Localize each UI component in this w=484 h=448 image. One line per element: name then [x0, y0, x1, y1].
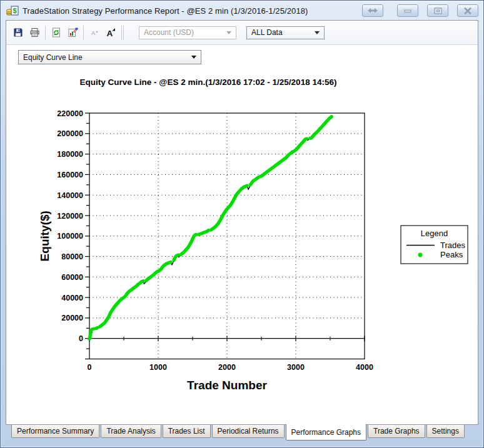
- refresh-button[interactable]: [48, 24, 64, 41]
- svg-text:120000: 120000: [57, 212, 83, 221]
- toolbar: A A Account (USD) ALL Data: [6, 21, 478, 45]
- svg-text:0: 0: [79, 334, 83, 343]
- toolbar-separator: [83, 26, 84, 40]
- svg-text:3000: 3000: [287, 363, 305, 372]
- svg-text:80000: 80000: [61, 252, 83, 261]
- svg-text:A: A: [107, 29, 113, 38]
- tab-performance-summary[interactable]: Performance Summary: [11, 425, 99, 438]
- svg-text:40000: 40000: [61, 294, 83, 302]
- dock-arrows-icon: [368, 7, 378, 14]
- report-tabs: Performance Summary Trade Analysis Trade…: [6, 425, 478, 442]
- save-icon: [13, 27, 23, 37]
- tab-trade-analysis[interactable]: Trade Analysis: [101, 425, 161, 438]
- tab-periodical-returns[interactable]: Periodical Returns: [212, 425, 285, 438]
- svg-text:Equity($): Equity($): [38, 211, 51, 261]
- svg-text:Legend: Legend: [421, 229, 448, 238]
- svg-text:Trade Number: Trade Number: [187, 379, 267, 392]
- dock-toggle-button[interactable]: [362, 4, 383, 17]
- chevron-down-icon: [191, 56, 196, 59]
- toolbar-separator: [121, 26, 122, 40]
- tradestation-report-window: $ TradeStation Strategy Performance Repo…: [0, 0, 484, 448]
- svg-text:$: $: [13, 7, 16, 14]
- svg-text:A: A: [91, 30, 96, 36]
- maximize-button[interactable]: [427, 4, 448, 17]
- minimize-icon: [404, 8, 411, 13]
- window-title: TradeStation Strategy Performance Report…: [23, 6, 358, 16]
- svg-text:180000: 180000: [57, 150, 83, 159]
- svg-text:60000: 60000: [61, 273, 83, 282]
- font-decrease-icon: A: [89, 27, 99, 37]
- svg-text:0: 0: [88, 363, 92, 372]
- svg-text:Equity Curve Line - @ES 2 min.: Equity Curve Line - @ES 2 min.(1/3/2016 …: [80, 77, 337, 87]
- close-icon: [464, 7, 471, 14]
- svg-text:140000: 140000: [57, 191, 83, 200]
- svg-text:160000: 160000: [57, 171, 83, 179]
- svg-text:4000: 4000: [356, 363, 373, 372]
- data-range-dropdown-value: ALL Data: [251, 28, 283, 37]
- account-dropdown[interactable]: Account (USD): [139, 26, 236, 39]
- tab-settings[interactable]: Settings: [426, 425, 465, 438]
- titlebar: $ TradeStation Strategy Performance Repo…: [6, 1, 478, 20]
- svg-text:Trades: Trades: [440, 241, 465, 250]
- save-button[interactable]: [10, 24, 26, 41]
- chevron-down-icon: [226, 31, 231, 34]
- print-button[interactable]: [26, 24, 43, 41]
- svg-text:200000: 200000: [57, 129, 83, 138]
- font-decrease-button[interactable]: A: [86, 24, 103, 41]
- close-button[interactable]: [457, 4, 478, 17]
- report-settings-button[interactable]: [64, 24, 81, 41]
- svg-text:100000: 100000: [57, 232, 83, 241]
- font-increase-icon: A: [106, 27, 116, 37]
- graph-type-dropdown[interactable]: Equity Curve Line: [18, 50, 201, 64]
- svg-text:Peaks: Peaks: [440, 250, 463, 259]
- data-range-dropdown[interactable]: ALL Data: [246, 26, 325, 39]
- report-frame: A A Account (USD) ALL Data: [6, 20, 478, 425]
- account-dropdown-value: Account (USD): [144, 28, 194, 37]
- tab-performance-graphs[interactable]: Performance Graphs: [286, 424, 366, 441]
- report-settings-icon: [68, 27, 78, 37]
- tab-trades-list[interactable]: Trades List: [163, 425, 211, 438]
- equity-curve-chart: Equity Curve Line - @ES 2 min.(1/3/2016 …: [6, 45, 479, 425]
- print-icon: [29, 27, 40, 37]
- toolbar-separator: [123, 26, 124, 40]
- tab-trade-graphs[interactable]: Trade Graphs: [368, 425, 425, 438]
- minimize-button[interactable]: [397, 4, 418, 17]
- svg-text:2000: 2000: [218, 363, 236, 372]
- font-increase-button[interactable]: A: [103, 24, 119, 41]
- svg-text:220000: 220000: [57, 109, 83, 118]
- svg-text:20000: 20000: [61, 314, 83, 322]
- chevron-down-icon: [315, 31, 320, 34]
- refresh-icon: [51, 27, 61, 37]
- app-icon: $: [6, 6, 19, 16]
- maximize-icon: [434, 7, 442, 14]
- performance-graph-panel: Equity Curve Line Equity Curve Line - @E…: [6, 45, 478, 424]
- toolbar-separator: [45, 26, 46, 40]
- graph-type-dropdown-value: Equity Curve Line: [23, 53, 83, 62]
- svg-text:1000: 1000: [149, 363, 167, 372]
